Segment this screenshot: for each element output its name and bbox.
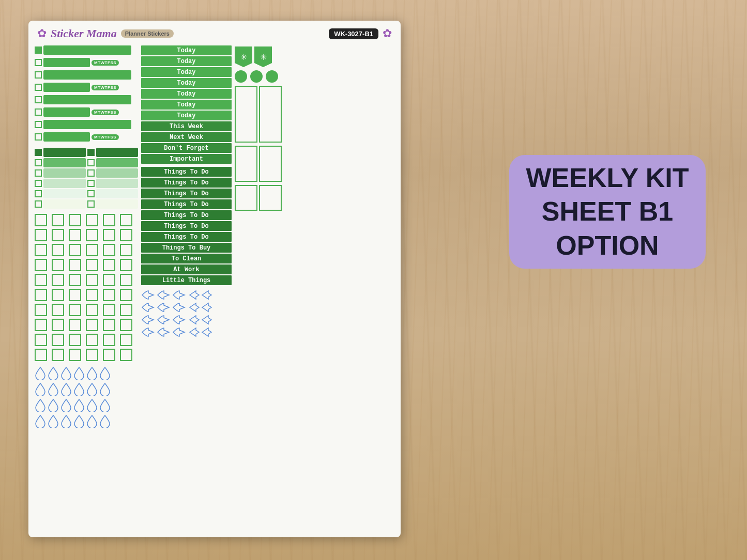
flag-star-2: ✳ bbox=[260, 52, 267, 62]
row-3 bbox=[35, 70, 138, 81]
today-5: Today bbox=[141, 89, 232, 99]
brand-area: ✿ Sticker Mama Planner Stickers bbox=[37, 27, 174, 40]
planner-badge: Planner Stickers bbox=[121, 29, 174, 38]
dark-cb-6 bbox=[35, 200, 42, 208]
drop-18 bbox=[99, 398, 111, 412]
ck-30 bbox=[120, 274, 132, 286]
drop-row-1 bbox=[35, 366, 138, 380]
small-arrow-8 bbox=[201, 327, 212, 337]
ck-46 bbox=[86, 319, 98, 331]
spacer-3 bbox=[35, 362, 138, 365]
bar-6a bbox=[43, 107, 90, 117]
ck-22 bbox=[86, 259, 98, 271]
dark-row-5 bbox=[35, 189, 86, 198]
to-clean: To Clean bbox=[141, 254, 232, 263]
arrow-9 bbox=[172, 315, 187, 325]
dark-bar-6 bbox=[43, 199, 86, 209]
mid-spacer-2 bbox=[141, 286, 232, 289]
arrow-small-row-3 bbox=[189, 315, 212, 325]
dr-cb-4 bbox=[87, 180, 95, 187]
ck-49 bbox=[35, 334, 47, 346]
ck-19 bbox=[35, 259, 47, 271]
dark-bar-2 bbox=[43, 158, 86, 167]
drop-3 bbox=[60, 366, 72, 380]
ck-17 bbox=[103, 244, 115, 256]
bar-3 bbox=[43, 70, 131, 80]
small-rect-1 bbox=[235, 185, 257, 211]
drop-row-3 bbox=[35, 398, 138, 412]
ck-16 bbox=[86, 244, 98, 256]
drop-13 bbox=[35, 398, 46, 412]
drop-22 bbox=[73, 414, 85, 428]
ck-45 bbox=[69, 319, 81, 331]
small-rect-2 bbox=[259, 185, 282, 211]
ck-25 bbox=[35, 274, 47, 286]
dark-cb-2 bbox=[35, 159, 42, 166]
small-arrow-1 bbox=[189, 290, 200, 300]
ck-21 bbox=[69, 259, 81, 271]
dr-bar-2 bbox=[96, 158, 139, 167]
ck-13 bbox=[35, 244, 47, 256]
weekly-kit-line3: OPTION bbox=[556, 231, 659, 260]
days-3: MTWTFSS bbox=[92, 110, 119, 115]
arrow-1 bbox=[141, 290, 156, 300]
today-1: Today bbox=[141, 45, 232, 55]
dark-cb-1 bbox=[35, 149, 42, 156]
flag-group: ✳ ✳ bbox=[235, 46, 294, 67]
dark-row-1 bbox=[35, 148, 86, 157]
dark-bar-4 bbox=[43, 179, 86, 188]
dark-rows bbox=[35, 148, 138, 209]
arrow-row-4 bbox=[141, 327, 187, 337]
dot-3 bbox=[266, 70, 278, 83]
ck-6 bbox=[120, 214, 132, 226]
drop-6 bbox=[99, 366, 111, 380]
things-to-buy: Things To Buy bbox=[141, 243, 232, 253]
tall-rect-2 bbox=[259, 86, 282, 143]
ck-38 bbox=[52, 304, 64, 316]
med-rect-2 bbox=[259, 146, 282, 182]
dr-row-1 bbox=[87, 148, 139, 157]
arrow-5 bbox=[157, 302, 171, 313]
drop-20 bbox=[48, 414, 59, 428]
flower-right-icon: ✿ bbox=[383, 27, 392, 40]
drop-14 bbox=[48, 398, 59, 412]
checkbox-grid bbox=[35, 214, 138, 361]
ck-59 bbox=[103, 349, 115, 361]
dr-row-6 bbox=[87, 199, 139, 209]
dont-forget-label: Don't Forget bbox=[141, 143, 232, 153]
ck-40 bbox=[86, 304, 98, 316]
dr-row-4 bbox=[87, 179, 139, 188]
checkbox-6 bbox=[35, 108, 42, 116]
spacer-2 bbox=[35, 210, 138, 213]
flag-star-1: ✳ bbox=[240, 52, 247, 62]
arrow-10 bbox=[141, 327, 156, 337]
ck-11 bbox=[103, 229, 115, 241]
med-rect-1 bbox=[235, 146, 257, 182]
ck-35 bbox=[103, 289, 115, 301]
little-things: Little Things bbox=[141, 275, 232, 285]
dr-bar-4 bbox=[96, 179, 139, 188]
ck-58 bbox=[86, 349, 98, 361]
bar-7 bbox=[43, 120, 131, 129]
arrow-3 bbox=[172, 290, 187, 300]
ck-10 bbox=[86, 229, 98, 241]
small-arrow-4 bbox=[201, 302, 212, 313]
dr-bar-3 bbox=[96, 168, 139, 178]
ck-56 bbox=[52, 349, 64, 361]
drop-7 bbox=[35, 382, 46, 396]
left-column: MTWTFSS MTWTFSS MTWTFSS bbox=[35, 45, 138, 523]
tall-rect-1 bbox=[235, 86, 257, 143]
ck-33 bbox=[69, 289, 81, 301]
ck-27 bbox=[69, 274, 81, 286]
dot-1 bbox=[235, 70, 247, 83]
drop-1 bbox=[35, 366, 46, 380]
ck-20 bbox=[52, 259, 64, 271]
arrow-11 bbox=[157, 327, 171, 337]
ck-12 bbox=[120, 229, 132, 241]
flower-left-icon: ✿ bbox=[37, 27, 47, 40]
days-2: MTWTFSS bbox=[92, 85, 119, 90]
ck-43 bbox=[35, 319, 47, 331]
arrow-row-3 bbox=[141, 315, 187, 325]
small-arrow-5 bbox=[189, 315, 200, 325]
next-week-label: Next Week bbox=[141, 132, 232, 142]
